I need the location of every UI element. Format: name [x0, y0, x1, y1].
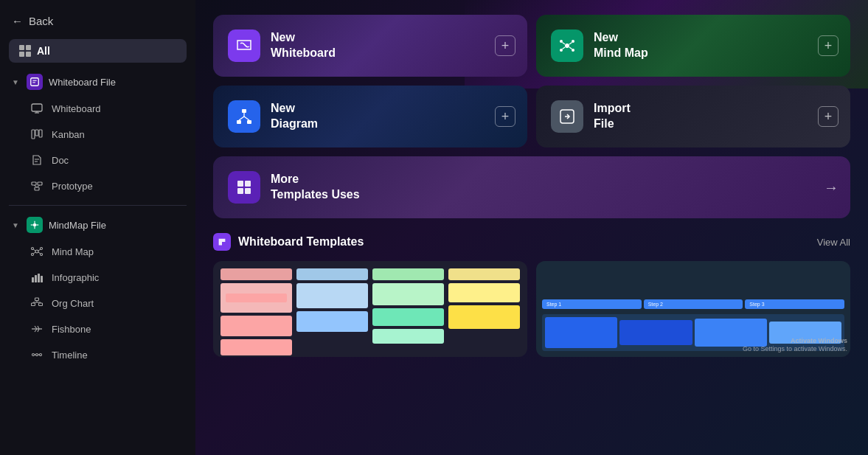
- mindmap-file-label: MindMap File: [49, 220, 106, 231]
- sidebar-item-prototype[interactable]: Prototype: [3, 173, 192, 198]
- sidebar-item-fishbone[interactable]: Fishbone: [3, 316, 192, 341]
- mindmap-icon: [29, 244, 44, 259]
- whiteboard-file-header[interactable]: ▼ Whiteboard File: [3, 69, 192, 95]
- sidebar-item-kanban[interactable]: Kanban: [3, 122, 192, 147]
- fishbone-item-label: Fishbone: [52, 324, 91, 335]
- svg-rect-6: [32, 130, 35, 139]
- divider: [9, 205, 187, 206]
- svg-rect-70: [245, 181, 251, 187]
- sidebar-item-timeline[interactable]: Timeline: [3, 342, 192, 367]
- svg-point-54: [560, 49, 563, 52]
- svg-point-22: [32, 248, 34, 250]
- windows-activate-line1: Activate Windows: [743, 337, 847, 346]
- templates-section-title: Whiteboard Templates: [213, 233, 364, 251]
- infographic-item-label: Infographic: [52, 272, 99, 283]
- svg-rect-0: [31, 78, 39, 86]
- all-button[interactable]: All: [9, 39, 187, 63]
- whiteboard-file-section: ▼ Whiteboard File Whiteboard Kanban Doc: [0, 69, 195, 199]
- all-label: All: [37, 45, 50, 57]
- new-mindmap-add-btn[interactable]: +: [818, 35, 839, 56]
- infographic-icon: [29, 270, 44, 285]
- svg-rect-3: [32, 104, 42, 111]
- import-file-text: Import File: [594, 101, 836, 132]
- grid-icon: [19, 45, 31, 57]
- svg-rect-34: [35, 298, 39, 301]
- svg-point-55: [572, 40, 574, 43]
- kanban-icon: [29, 127, 44, 142]
- import-file-card[interactable]: Import File +: [536, 86, 850, 147]
- new-whiteboard-text: New Whiteboard: [271, 30, 513, 61]
- template-card-2[interactable]: Step 1 Step 2 Step 3 Acti: [536, 261, 850, 357]
- sidebar-item-doc[interactable]: Doc: [3, 147, 192, 173]
- svg-point-21: [35, 250, 38, 253]
- back-button[interactable]: ← Back: [0, 9, 195, 39]
- fishbone-icon: [29, 322, 44, 336]
- sidebar-item-infographic[interactable]: Infographic: [3, 265, 192, 290]
- templates-section-header: Whiteboard Templates View All: [213, 233, 850, 251]
- main-content: New Whiteboard + New Mind Map +: [195, 0, 868, 455]
- more-templates-text: More Templates Uses: [271, 172, 836, 203]
- doc-item-label: Doc: [52, 155, 69, 166]
- templates-grid: Step 1 Step 2 Step 3 Acti: [213, 261, 850, 357]
- new-diagram-icon: [228, 100, 260, 133]
- kanban-item-label: Kanban: [52, 129, 85, 140]
- mindmap-file-header[interactable]: ▼ MindMap File: [3, 212, 192, 238]
- template-preview-2: Step 1 Step 2 Step 3 Acti: [536, 261, 850, 357]
- whiteboard-icon: [29, 101, 44, 116]
- import-file-add-btn[interactable]: +: [818, 106, 839, 127]
- mindmap-file-section: ▼ MindMap File Mind Map Infographic Org …: [0, 212, 195, 368]
- more-templates-title: More Templates Uses: [271, 172, 836, 203]
- svg-rect-13: [35, 187, 39, 190]
- svg-rect-31: [35, 275, 37, 282]
- timeline-icon: [29, 347, 44, 362]
- new-diagram-add-btn[interactable]: +: [495, 106, 515, 127]
- timeline-item-label: Timeline: [52, 350, 88, 361]
- svg-rect-33: [41, 276, 43, 282]
- new-diagram-title: New Diagram: [271, 101, 513, 132]
- svg-point-53: [560, 40, 563, 43]
- org-chart-item-label: Org Chart: [52, 298, 94, 309]
- svg-line-60: [569, 47, 572, 49]
- svg-rect-11: [32, 182, 36, 185]
- svg-rect-32: [38, 274, 40, 282]
- new-mindmap-card[interactable]: New Mind Map +: [536, 15, 850, 77]
- org-chart-icon: [29, 296, 44, 310]
- svg-point-49: [40, 354, 42, 356]
- sidebar-item-mindmap[interactable]: Mind Map: [3, 239, 192, 264]
- svg-rect-61: [242, 109, 246, 113]
- back-arrow-icon: ←: [12, 15, 23, 27]
- new-mindmap-text: New Mind Map: [594, 30, 836, 61]
- sidebar-item-org-chart[interactable]: Org Chart: [3, 291, 192, 316]
- chevron-down-icon-2: ▼: [12, 221, 19, 229]
- svg-rect-62: [237, 120, 241, 124]
- chevron-down-icon: ▼: [12, 78, 19, 86]
- svg-point-24: [41, 248, 43, 250]
- new-whiteboard-add-btn[interactable]: +: [495, 35, 515, 56]
- new-mindmap-icon: [551, 29, 583, 62]
- svg-rect-8: [39, 130, 42, 137]
- svg-line-65: [239, 117, 244, 120]
- svg-line-58: [563, 47, 566, 49]
- more-templates-card[interactable]: More Templates Uses →: [213, 156, 850, 218]
- template-card-1[interactable]: [213, 261, 527, 357]
- new-whiteboard-card[interactable]: New Whiteboard +: [213, 15, 527, 77]
- svg-rect-69: [237, 181, 243, 187]
- svg-line-27: [33, 252, 35, 254]
- svg-rect-12: [38, 182, 42, 185]
- sidebar: ← Back All ▼ Whiteboard File Whiteboard …: [0, 0, 195, 455]
- new-diagram-card[interactable]: New Diagram +: [213, 86, 527, 147]
- templates-section-icon: [213, 233, 231, 251]
- svg-rect-36: [39, 303, 43, 306]
- prototype-icon: [29, 178, 44, 193]
- action-grid: New Whiteboard + New Mind Map +: [213, 15, 850, 218]
- svg-rect-35: [32, 303, 35, 306]
- svg-point-25: [41, 254, 43, 256]
- svg-line-59: [569, 43, 572, 45]
- sidebar-item-whiteboard[interactable]: Whiteboard: [3, 96, 192, 121]
- svg-point-23: [32, 254, 34, 256]
- svg-rect-7: [35, 130, 38, 136]
- svg-rect-63: [247, 120, 251, 124]
- more-templates-arrow-icon: →: [824, 179, 839, 196]
- view-all-button[interactable]: View All: [817, 237, 850, 248]
- new-whiteboard-icon: [228, 29, 260, 62]
